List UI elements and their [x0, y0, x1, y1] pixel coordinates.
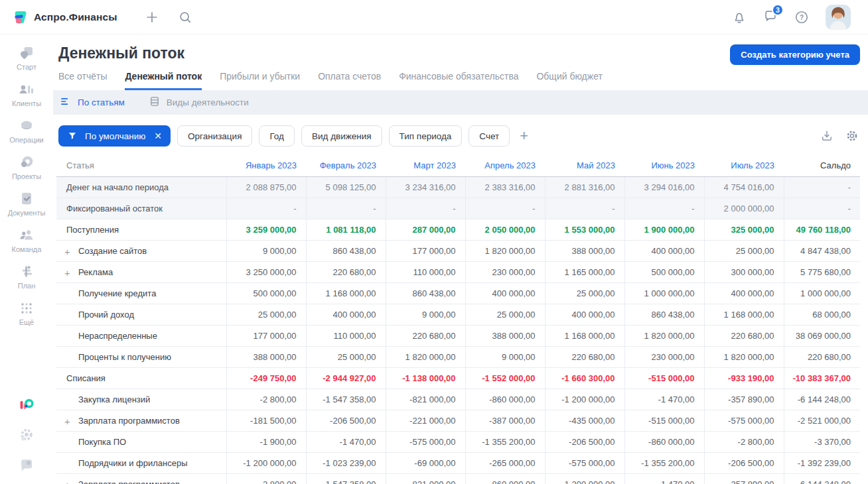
value-cell: -1 900,00	[226, 432, 306, 453]
row-label-cell[interactable]: Проценты к получению	[56, 347, 226, 368]
expand-row-icon[interactable]: +	[64, 246, 70, 256]
sidebar-item-clients[interactable]: Клиенты	[12, 82, 41, 107]
row-label-cell[interactable]: Закупка лицензий	[56, 389, 226, 410]
value-cell: 400 000,00	[704, 283, 784, 304]
value-cell: -357 890,00	[704, 474, 784, 484]
expand-row-icon[interactable]: +	[64, 416, 70, 426]
value-cell: 230 000,00	[624, 347, 704, 368]
sidebar-item-label: Ещё	[19, 318, 35, 326]
clear-filter-icon[interactable]: ✕	[153, 131, 162, 141]
row-label-cell[interactable]: +Зарплата программистов	[56, 410, 226, 432]
value-cell: 25 000,00	[704, 241, 784, 262]
aspro-logo-icon[interactable]	[19, 396, 35, 412]
value-cell: 49 760 118,00	[784, 219, 860, 241]
filter-chip-Организация[interactable]: Организация	[177, 125, 252, 147]
sidebar-item-team[interactable]: Команда	[12, 227, 42, 253]
value-cell: 2 050 000,00	[465, 219, 545, 241]
value-cell: 220 680,00	[704, 326, 784, 347]
expand-row-icon[interactable]: +	[64, 479, 70, 484]
create-category-button[interactable]: Создать категорию учета	[730, 44, 860, 65]
sidebar-item-more[interactable]: Ещё	[19, 300, 35, 326]
sidebar-item-documents[interactable]: Документы	[8, 191, 46, 217]
row-label-cell[interactable]: Денег на начало периода	[56, 177, 226, 198]
sidebar-item-projects[interactable]: Проекты	[12, 154, 41, 180]
column-header-Март 2023[interactable]: Март 2023	[386, 154, 465, 177]
sidebar-item-operations[interactable]: Операции	[9, 118, 43, 144]
table-row: Прочий доход25 000,00400 000,009 000,002…	[56, 304, 860, 326]
value-cell: -821 000,00	[386, 389, 465, 410]
value-cell: 4 754 016,00	[704, 177, 784, 198]
sidebar-item-label: Проекты	[12, 172, 41, 180]
tab-Денежный поток[interactable]: Денежный поток	[125, 71, 202, 90]
column-header-Июнь 2023[interactable]: Июнь 2023	[624, 154, 704, 177]
brand[interactable]: Аспро.Финансы	[13, 10, 117, 25]
value-cell: -1 392 239,00	[784, 453, 860, 474]
row-label-cell[interactable]: Поступления	[56, 219, 226, 241]
filter-chip-Тип периода[interactable]: Тип периода	[389, 125, 463, 147]
filter-chip-Счет[interactable]: Счет	[469, 125, 510, 147]
value-cell: 38 069 000,00	[784, 326, 860, 347]
row-label-cell[interactable]: Фиксированный остаток	[56, 198, 226, 219]
row-label-cell[interactable]: Прочий доход	[56, 304, 226, 326]
table-settings-icon[interactable]	[845, 129, 859, 143]
value-cell: -3 370,00	[784, 432, 860, 453]
column-header-Февраль 2023[interactable]: Февраль 2023	[306, 154, 386, 177]
download-icon[interactable]	[820, 129, 833, 143]
view-tab-По статьям[interactable]: По статьям	[60, 95, 125, 109]
help-icon[interactable]: ?	[794, 10, 809, 25]
value-cell: -	[624, 198, 704, 219]
column-header-Июль 2023[interactable]: Июль 2023	[704, 154, 784, 177]
row-label-cell[interactable]: +Реклама	[56, 262, 226, 283]
tab-Все отчёты[interactable]: Все отчёты	[58, 71, 107, 90]
bell-icon[interactable]	[732, 10, 747, 25]
value-cell: 860 438,00	[624, 304, 704, 326]
search-icon[interactable]	[178, 10, 192, 25]
tab-Прибыли и убытки[interactable]: Прибыли и убытки	[220, 71, 300, 90]
value-cell: 3 294 016,00	[624, 177, 704, 198]
row-label-cell[interactable]: Подрядчики и фрилансеры	[56, 453, 226, 474]
value-cell: -435 000,00	[545, 410, 624, 432]
start-icon	[19, 45, 35, 61]
filter-chip-Год[interactable]: Год	[259, 125, 295, 147]
tab-Оплата счетов[interactable]: Оплата счетов	[318, 71, 381, 90]
row-label-cell[interactable]: +Создание сайтов	[56, 241, 226, 262]
filter-chip-Вид движения[interactable]: Вид движения	[301, 125, 382, 147]
expand-row-icon[interactable]: +	[64, 267, 70, 277]
value-cell: -	[545, 198, 624, 219]
value-cell: -387 000,00	[465, 410, 545, 432]
value-cell: 1 000 000,00	[784, 283, 860, 304]
value-cell: -1 023 239,00	[306, 453, 386, 474]
value-cell: 5 098 125,00	[306, 177, 386, 198]
row-label-cell[interactable]: Списания	[56, 368, 226, 389]
active-filter-pill[interactable]: По умолчанию ✕	[58, 125, 171, 147]
value-cell: 1 000 000,00	[624, 283, 704, 304]
tab-Общий бюджет[interactable]: Общий бюджет	[536, 71, 602, 90]
row-label-cell[interactable]: Получение кредита	[56, 283, 226, 304]
sidebar-item-start[interactable]: Старт	[17, 45, 36, 71]
column-header-Апрель 2023[interactable]: Апрель 2023	[465, 154, 545, 177]
value-cell: -	[306, 198, 386, 219]
row-label-cell[interactable]: Покупка ПО	[56, 432, 226, 453]
avatar[interactable]	[826, 5, 851, 30]
add-filter-icon[interactable]: +	[520, 129, 528, 143]
row-label-cell[interactable]: Нераспределенные	[56, 326, 226, 347]
value-cell: -181 500,00	[226, 410, 306, 432]
row-label-cell[interactable]: +Зарплата программистов	[56, 474, 226, 484]
settings-icon[interactable]	[19, 427, 35, 443]
value-cell: -2 800,00	[226, 474, 306, 484]
plus-icon[interactable]	[145, 10, 159, 25]
value-cell: 400 000,00	[306, 304, 386, 326]
value-cell: -2 800,00	[226, 389, 306, 410]
feedback-icon[interactable]	[19, 457, 35, 473]
cashflow-table: СтатьяЯнварь 2023Февраль 2023Март 2023Ап…	[53, 154, 868, 484]
table-header-row: СтатьяЯнварь 2023Февраль 2023Март 2023Ап…	[56, 154, 860, 177]
value-cell: -2 800,00	[704, 432, 784, 453]
sidebar-item-label: План	[18, 282, 36, 290]
sidebar-item-label: Документы	[8, 209, 46, 217]
value-cell: 177 000,00	[226, 326, 306, 347]
tab-Финансовые обязательства[interactable]: Финансовые обязательства	[399, 71, 518, 90]
sidebar-item-plan[interactable]: План	[18, 264, 36, 290]
view-tab-Виды деятельности[interactable]: Виды деятельности	[149, 95, 249, 109]
column-header-Январь 2023[interactable]: Январь 2023	[226, 154, 306, 177]
column-header-Май 2023[interactable]: Май 2023	[545, 154, 624, 177]
